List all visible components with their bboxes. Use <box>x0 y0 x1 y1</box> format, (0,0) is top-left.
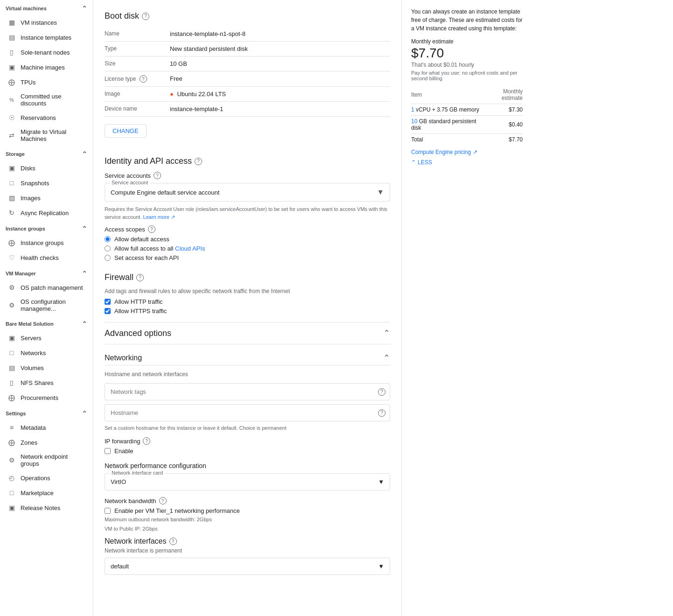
checkbox-tier1-networking[interactable]: Enable per VM Tier_1 networking performa… <box>105 507 390 514</box>
cost-table-header-estimate: Monthly estimate <box>483 86 523 104</box>
firewall-help-icon[interactable]: ? <box>136 274 144 281</box>
change-button[interactable]: CHANGE <box>105 124 147 138</box>
machine-images-icon: ▣ <box>7 63 16 71</box>
images-icon: ▨ <box>7 194 16 202</box>
learn-more-link[interactable]: Learn more ↗ <box>143 214 175 220</box>
cost-table: Item Monthly estimate 1 vCPU + 3.75 GB m… <box>411 86 523 145</box>
network-endpoint-groups-icon: ⚙ <box>7 456 16 464</box>
sidebar-item-async-replication[interactable]: ↻ Async Replication <box>0 205 89 220</box>
nic-select[interactable]: Network interface card VirtIO ▼ <box>105 473 390 490</box>
sidebar-section-bare-metal-items: ▣ Servers □ Networks ▤ Volumes ▯ NFS Sha… <box>0 330 93 405</box>
cloud-apis-link[interactable]: Cloud APIs <box>175 245 205 252</box>
sidebar-item-instance-groups[interactable]: ⨁ Instance groups <box>0 235 89 250</box>
chevron-up-icon: ⌃ <box>82 5 87 12</box>
network-tags-field[interactable]: ? <box>105 383 390 400</box>
sidebar-item-os-config[interactable]: ⚙ OS configuration manageme... <box>0 295 89 315</box>
sidebar-item-volumes[interactable]: ▤ Volumes <box>0 360 89 375</box>
sidebar-section-settings-items: ≡ Metadata ⨁ Zones ⚙ Network endpoint gr… <box>0 420 93 500</box>
sidebar-item-nfs-shares[interactable]: ▯ NFS Shares <box>0 375 89 390</box>
cost-row-total: Total $7.70 <box>411 134 523 146</box>
sidebar-item-marketplace[interactable]: □ Marketplace <box>0 485 89 500</box>
sidebar-item-snapshots[interactable]: □ Snapshots <box>0 175 89 190</box>
sidebar-section-virtual-machines[interactable]: Virtual machines ⌃ <box>0 0 93 15</box>
ip-forwarding-help-icon[interactable]: ? <box>143 437 150 445</box>
sidebar-item-metadata[interactable]: ≡ Metadata <box>0 420 89 435</box>
cost-row-vcpu: 1 vCPU + 3.75 GB memory $7.30 <box>411 104 523 116</box>
main-content: Boot disk ? Name instance-template-n1-sp… <box>93 0 401 616</box>
sidebar-item-vm-instances[interactable]: ▦ VM instances <box>0 15 89 30</box>
advanced-options-header[interactable]: Advanced options ⌃ <box>105 322 390 344</box>
monthly-cost: $7.70 <box>411 46 523 61</box>
sidebar-section-vm-manager[interactable]: VM Manager ⌃ <box>0 265 93 280</box>
firewall-options: Allow HTTP traffic Allow HTTPS traffic <box>105 298 390 315</box>
service-accounts-help-icon[interactable]: ? <box>154 172 161 179</box>
sidebar-item-machine-images[interactable]: ▣ Machine images <box>0 60 89 75</box>
networks-icon: □ <box>7 349 16 357</box>
less-button[interactable]: ⌃ LESS <box>411 159 432 166</box>
sidebar-item-procurements[interactable]: ⨁ Procurements <box>0 390 89 405</box>
sidebar-item-disks[interactable]: ▣ Disks <box>0 161 89 175</box>
network-interfaces-help-icon[interactable]: ? <box>169 538 177 545</box>
reservations-icon: ☉ <box>7 113 16 122</box>
sidebar-section-instance-groups-items: ⨁ Instance groups ♡ Health checks <box>0 235 93 265</box>
sidebar-item-health-checks[interactable]: ♡ Health checks <box>0 250 89 265</box>
operations-icon: ◴ <box>7 474 16 482</box>
network-bandwidth-help-icon[interactable]: ? <box>159 497 167 504</box>
chevron-up-less-icon: ⌃ <box>411 159 416 166</box>
radio-allow-default[interactable]: Allow default access <box>105 236 390 243</box>
ip-forwarding-label: IP forwarding ? <box>105 437 390 445</box>
volumes-icon: ▤ <box>7 364 16 372</box>
radio-allow-full[interactable]: Allow full access to all Cloud APIs <box>105 245 390 252</box>
sidebar-section-instance-groups[interactable]: Instance groups ⌃ <box>0 220 93 235</box>
hostname-help-icon[interactable]: ? <box>378 409 386 417</box>
sidebar-item-operations[interactable]: ◴ Operations <box>0 470 89 485</box>
network-interfaces-hint: Network interface is permanent <box>105 547 390 554</box>
nfs-shares-icon: ▯ <box>7 378 16 387</box>
sidebar-item-committed-use[interactable]: % Committed use discounts <box>0 90 89 110</box>
checkbox-ip-forwarding[interactable]: Enable <box>105 448 390 455</box>
sidebar-item-zones[interactable]: ⨁ Zones <box>0 435 89 450</box>
sidebar-item-migrate-vms[interactable]: ⇄ Migrate to Virtual Machines <box>0 125 89 146</box>
sidebar-item-reservations[interactable]: ☉ Reservations <box>0 110 89 125</box>
sidebar-item-instance-templates[interactable]: ▤ Instance templates <box>0 30 89 45</box>
compute-engine-pricing-link[interactable]: Compute Engine pricing ↗ <box>411 149 523 155</box>
async-replication-icon: ↻ <box>7 209 16 217</box>
hostname-field[interactable]: ? <box>105 404 390 421</box>
sidebar-item-release-notes[interactable]: ▣ Release Notes <box>0 500 89 515</box>
sidebar-item-sole-tenant[interactable]: ▯ Sole-tenant nodes <box>0 45 89 60</box>
access-scopes-help-icon[interactable]: ? <box>148 225 155 233</box>
vcpu-link[interactable]: 1 <box>411 106 414 113</box>
sidebar-item-os-patch[interactable]: ⚙ OS patch management <box>0 280 89 295</box>
radio-set-per-api[interactable]: Set access for each API <box>105 254 390 261</box>
identity-api-title: Identity and API access ? <box>105 156 390 166</box>
zones-icon: ⨁ <box>7 438 16 447</box>
sidebar-item-images[interactable]: ▨ Images <box>0 190 89 205</box>
ubuntu-icon: ● <box>170 91 174 98</box>
identity-api-help-icon[interactable]: ? <box>195 158 202 165</box>
instance-templates-icon: ▤ <box>7 33 16 42</box>
checkbox-http[interactable]: Allow HTTP traffic <box>105 298 390 305</box>
network-interface-default[interactable]: default ▼ <box>105 558 390 575</box>
sidebar-section-bare-metal[interactable]: Bare Metal Solution ⌃ <box>0 315 93 330</box>
disk-link[interactable]: 10 <box>411 118 417 125</box>
sidebar-item-servers[interactable]: ▣ Servers <box>0 330 89 345</box>
service-account-dropdown[interactable]: Service account Compute Engine default s… <box>105 183 390 202</box>
sidebar-item-network-endpoint-groups[interactable]: ⚙ Network endpoint groups <box>0 450 89 470</box>
cost-row-disk: 10 GB standard persistent disk $0.40 <box>411 116 523 134</box>
network-interfaces-title: Network interfaces <box>105 537 167 546</box>
boot-disk-help-icon[interactable]: ? <box>142 13 149 20</box>
network-tags-help-icon[interactable]: ? <box>378 388 386 396</box>
networking-header[interactable]: Networking ⌃ <box>105 348 390 365</box>
migrate-icon: ⇄ <box>7 131 16 140</box>
checkbox-https[interactable]: Allow HTTPS traffic <box>105 308 390 315</box>
sidebar-item-tpus[interactable]: ⨁ TPUs <box>0 75 89 90</box>
sidebar-section-settings[interactable]: Settings ⌃ <box>0 405 93 420</box>
network-perf-title: Network performance configuration <box>105 462 390 469</box>
network-interface-dropdown-icon: ▼ <box>378 563 384 570</box>
license-type-help-icon[interactable]: ? <box>140 75 147 83</box>
hostname-input[interactable] <box>105 404 390 421</box>
chevron-up-vm-manager-icon: ⌃ <box>82 270 87 277</box>
sidebar-item-networks[interactable]: □ Networks <box>0 345 89 360</box>
sidebar-section-storage[interactable]: Storage ⌃ <box>0 146 93 161</box>
network-tags-input[interactable] <box>105 383 390 400</box>
